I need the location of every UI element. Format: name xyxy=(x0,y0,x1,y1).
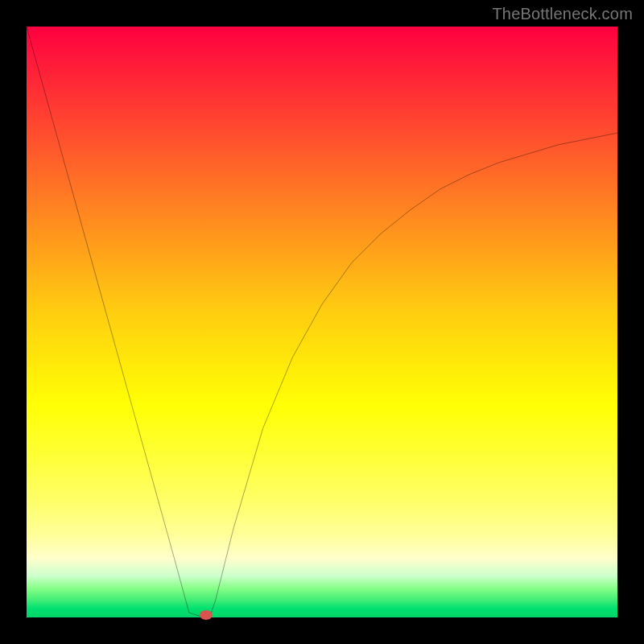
minimum-marker xyxy=(200,610,213,620)
chart-frame: TheBottleneck.com xyxy=(0,0,644,644)
watermark-text: TheBottleneck.com xyxy=(492,5,633,23)
plot-area xyxy=(27,27,617,617)
bottleneck-curve xyxy=(27,27,617,617)
